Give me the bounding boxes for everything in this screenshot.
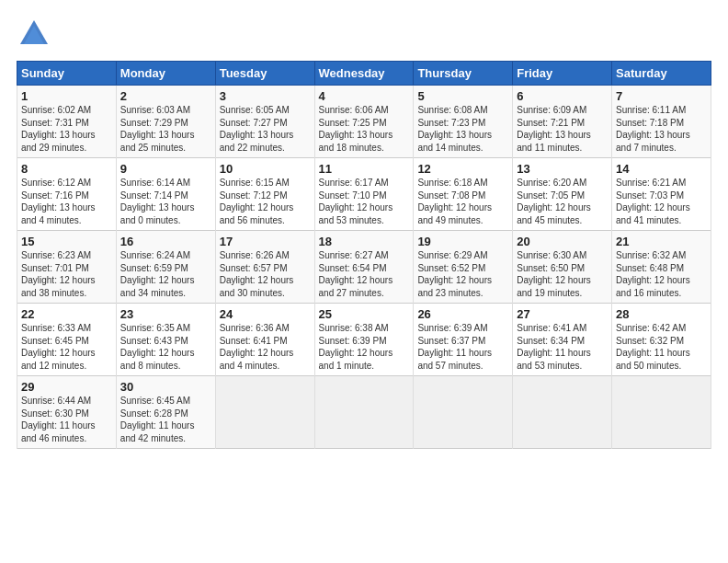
day-cell: 27Sunrise: 6:41 AM Sunset: 6:34 PM Dayli… [513,304,612,376]
day-number: 12 [417,162,508,176]
day-number: 28 [616,307,707,321]
day-number: 9 [120,162,211,176]
day-info: Sunrise: 6:12 AM Sunset: 7:16 PM Dayligh… [21,177,112,226]
day-cell: 8Sunrise: 6:12 AM Sunset: 7:16 PM Daylig… [17,158,117,231]
header-row: SundayMondayTuesdayWednesdayThursdayFrid… [17,62,711,86]
day-cell: 3Sunrise: 6:05 AM Sunset: 7:27 PM Daylig… [215,86,314,158]
day-cell: 26Sunrise: 6:39 AM Sunset: 6:37 PM Dayli… [414,304,513,376]
col-header-sunday: Sunday [17,62,117,86]
col-header-friday: Friday [513,62,612,86]
day-number: 13 [517,162,608,176]
day-number: 11 [319,162,410,176]
day-info: Sunrise: 6:36 AM Sunset: 6:41 PM Dayligh… [220,322,311,372]
day-number: 10 [220,162,311,176]
col-header-thursday: Thursday [414,62,513,86]
day-cell [215,376,314,449]
day-cell: 7Sunrise: 6:11 AM Sunset: 7:18 PM Daylig… [612,86,711,158]
day-cell: 25Sunrise: 6:38 AM Sunset: 6:39 PM Dayli… [314,304,414,376]
day-info: Sunrise: 6:24 AM Sunset: 6:59 PM Dayligh… [120,249,211,299]
day-number: 20 [517,235,608,248]
day-cell: 1Sunrise: 6:02 AM Sunset: 7:31 PM Daylig… [17,86,117,158]
day-info: Sunrise: 6:08 AM Sunset: 7:23 PM Dayligh… [417,104,508,154]
day-info: Sunrise: 6:45 AM Sunset: 6:28 PM Dayligh… [120,395,211,444]
day-info: Sunrise: 6:14 AM Sunset: 7:14 PM Dayligh… [120,177,211,226]
col-header-wednesday: Wednesday [314,62,414,86]
day-number: 17 [220,235,311,248]
day-cell: 24Sunrise: 6:36 AM Sunset: 6:41 PM Dayli… [215,304,314,376]
day-info: Sunrise: 6:44 AM Sunset: 6:30 PM Dayligh… [21,395,112,444]
day-info: Sunrise: 6:41 AM Sunset: 6:34 PM Dayligh… [517,322,608,372]
day-info: Sunrise: 6:42 AM Sunset: 6:32 PM Dayligh… [616,322,707,372]
day-cell: 20Sunrise: 6:30 AM Sunset: 6:50 PM Dayli… [513,231,612,304]
day-number: 26 [417,307,508,321]
day-number: 14 [616,162,707,176]
day-number: 23 [120,307,211,321]
day-number: 5 [417,89,508,103]
day-cell: 28Sunrise: 6:42 AM Sunset: 6:32 PM Dayli… [612,304,711,376]
day-number: 25 [319,307,410,321]
day-number: 29 [21,380,112,394]
day-cell: 14Sunrise: 6:21 AM Sunset: 7:03 PM Dayli… [612,158,711,231]
day-cell [513,376,612,449]
day-number: 6 [517,89,608,103]
day-number: 22 [21,307,112,321]
day-cell: 18Sunrise: 6:27 AM Sunset: 6:54 PM Dayli… [314,231,414,304]
week-row-5: 29Sunrise: 6:44 AM Sunset: 6:30 PM Dayli… [17,376,711,449]
day-number: 3 [220,89,311,103]
day-cell: 6Sunrise: 6:09 AM Sunset: 7:21 PM Daylig… [513,86,612,158]
logo-icon [17,17,51,52]
col-header-saturday: Saturday [612,62,711,86]
day-cell: 2Sunrise: 6:03 AM Sunset: 7:29 PM Daylig… [116,86,215,158]
day-number: 21 [616,235,707,248]
day-info: Sunrise: 6:26 AM Sunset: 6:57 PM Dayligh… [220,249,311,299]
day-cell: 30Sunrise: 6:45 AM Sunset: 6:28 PM Dayli… [116,376,215,449]
calendar-table: SundayMondayTuesdayWednesdayThursdayFrid… [17,61,711,449]
day-cell: 19Sunrise: 6:29 AM Sunset: 6:52 PM Dayli… [414,231,513,304]
day-info: Sunrise: 6:03 AM Sunset: 7:29 PM Dayligh… [120,104,211,154]
day-info: Sunrise: 6:17 AM Sunset: 7:10 PM Dayligh… [319,177,410,226]
day-number: 4 [319,89,410,103]
day-info: Sunrise: 6:39 AM Sunset: 6:37 PM Dayligh… [417,322,508,372]
day-number: 24 [220,307,311,321]
day-cell: 23Sunrise: 6:35 AM Sunset: 6:43 PM Dayli… [116,304,215,376]
day-info: Sunrise: 6:06 AM Sunset: 7:25 PM Dayligh… [319,104,410,154]
day-cell: 9Sunrise: 6:14 AM Sunset: 7:14 PM Daylig… [116,158,215,231]
col-header-monday: Monday [116,62,215,86]
day-cell: 10Sunrise: 6:15 AM Sunset: 7:12 PM Dayli… [215,158,314,231]
day-cell [314,376,414,449]
day-cell: 12Sunrise: 6:18 AM Sunset: 7:08 PM Dayli… [414,158,513,231]
day-number: 30 [120,380,211,394]
day-cell: 5Sunrise: 6:08 AM Sunset: 7:23 PM Daylig… [414,86,513,158]
day-info: Sunrise: 6:09 AM Sunset: 7:21 PM Dayligh… [517,104,608,154]
day-cell: 4Sunrise: 6:06 AM Sunset: 7:25 PM Daylig… [314,86,414,158]
week-row-1: 1Sunrise: 6:02 AM Sunset: 7:31 PM Daylig… [17,86,711,158]
day-cell: 16Sunrise: 6:24 AM Sunset: 6:59 PM Dayli… [116,231,215,304]
day-info: Sunrise: 6:18 AM Sunset: 7:08 PM Dayligh… [417,177,508,226]
day-info: Sunrise: 6:02 AM Sunset: 7:31 PM Dayligh… [21,104,112,154]
day-cell [612,376,711,449]
day-info: Sunrise: 6:15 AM Sunset: 7:12 PM Dayligh… [220,177,311,226]
day-number: 8 [21,162,112,176]
day-info: Sunrise: 6:35 AM Sunset: 6:43 PM Dayligh… [120,322,211,372]
day-number: 15 [21,235,112,248]
day-info: Sunrise: 6:11 AM Sunset: 7:18 PM Dayligh… [616,104,707,154]
day-info: Sunrise: 6:05 AM Sunset: 7:27 PM Dayligh… [220,104,311,154]
day-number: 7 [616,89,707,103]
day-cell: 13Sunrise: 6:20 AM Sunset: 7:05 PM Dayli… [513,158,612,231]
day-number: 16 [120,235,211,248]
day-number: 27 [517,307,608,321]
day-info: Sunrise: 6:29 AM Sunset: 6:52 PM Dayligh… [417,249,508,299]
week-row-2: 8Sunrise: 6:12 AM Sunset: 7:16 PM Daylig… [17,158,711,231]
day-cell: 17Sunrise: 6:26 AM Sunset: 6:57 PM Dayli… [215,231,314,304]
day-cell: 22Sunrise: 6:33 AM Sunset: 6:45 PM Dayli… [17,304,117,376]
page: SundayMondayTuesdayWednesdayThursdayFrid… [0,0,728,563]
day-info: Sunrise: 6:33 AM Sunset: 6:45 PM Dayligh… [21,322,112,372]
day-info: Sunrise: 6:20 AM Sunset: 7:05 PM Dayligh… [517,177,608,226]
day-cell [414,376,513,449]
day-number: 18 [319,235,410,248]
day-number: 1 [21,89,112,103]
day-info: Sunrise: 6:38 AM Sunset: 6:39 PM Dayligh… [319,322,410,372]
day-info: Sunrise: 6:27 AM Sunset: 6:54 PM Dayligh… [319,249,410,299]
day-number: 2 [120,89,211,103]
day-info: Sunrise: 6:32 AM Sunset: 6:48 PM Dayligh… [616,249,707,299]
